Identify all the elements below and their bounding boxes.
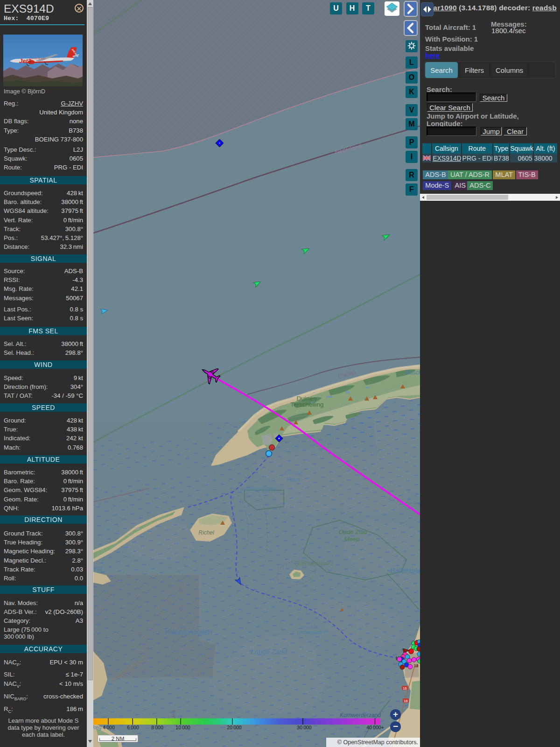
- svg-text:8 000: 8 000: [151, 725, 163, 730]
- svg-text:Oude Zuid: Oude Zuid: [339, 529, 367, 536]
- svg-text:Tjaars-plaat: Tjaars-plaat: [296, 629, 322, 635]
- svg-text:Jacobsruggen: Jacobsruggen: [239, 486, 276, 492]
- svg-text:Jet2: Jet2: [19, 57, 32, 64]
- svg-text:30 000: 30 000: [297, 725, 311, 730]
- svg-text:Waardgronden: Waardgronden: [164, 628, 212, 636]
- svg-text:Meep: Meep: [344, 536, 360, 543]
- svg-text:and: and: [93, 565, 102, 572]
- svg-text:16: 16: [403, 686, 406, 691]
- svg-text:Richel: Richel: [198, 529, 214, 536]
- svg-text:rkeg: rkeg: [93, 724, 102, 731]
- svg-text:Ballastpla: Ballastpla: [390, 566, 420, 574]
- svg-text:Terschelling: Terschelling: [290, 401, 323, 408]
- svg-text:Grienderwaard: Grienderwaard: [294, 560, 334, 567]
- svg-text:6 000: 6 000: [127, 725, 139, 730]
- svg-text:Kornwerderzand: Kornwerderzand: [340, 712, 381, 719]
- svg-text:18: 18: [414, 663, 419, 668]
- svg-text:4 000: 4 000: [103, 725, 115, 730]
- svg-text:Groote: Groote: [285, 469, 303, 476]
- svg-text:40 000+: 40 000+: [366, 725, 384, 730]
- svg-text:20 000: 20 000: [227, 725, 241, 730]
- svg-text:Boschp: Boschp: [405, 369, 420, 376]
- svg-text:Lange Zand: Lange Zand: [251, 648, 287, 655]
- svg-text:Plaat: Plaat: [286, 476, 301, 483]
- svg-text:friendly low fares: friendly low fares: [31, 57, 45, 60]
- svg-text:10 000: 10 000: [175, 725, 190, 730]
- svg-text:16: 16: [404, 699, 407, 703]
